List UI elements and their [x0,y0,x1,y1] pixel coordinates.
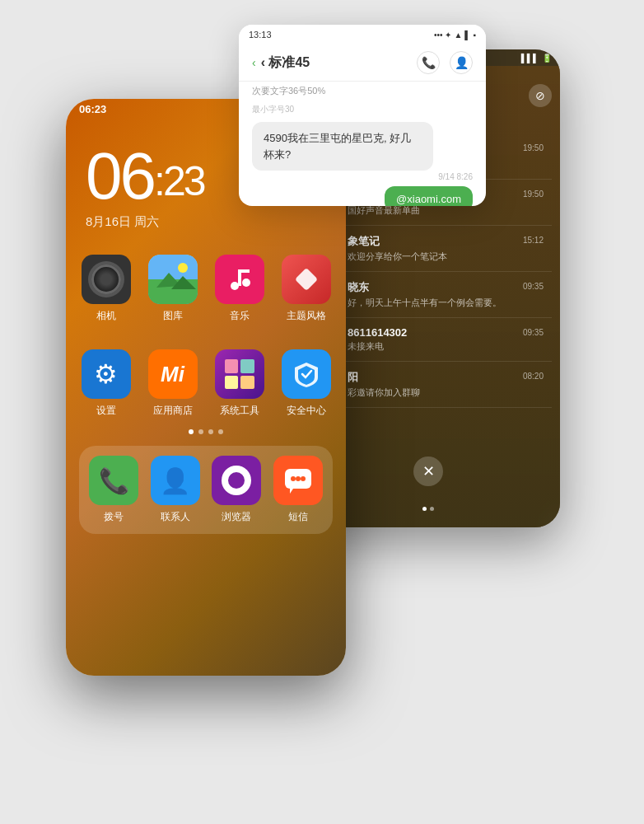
theme-icon [282,255,331,304]
svg-point-4 [178,263,188,273]
chat-bubble-received: 4590我在三里屯的星巴克, 好几杯来? [252,122,433,171]
clock-hours: 06 [86,139,154,213]
clock-date: 8月16日 周六 [86,214,326,230]
notif-text-msg1: 晓东 好，明天上午十点半有一个例会需要。 [348,280,544,309]
page-dot-4 [218,429,223,434]
tools-cell-bl [225,376,239,390]
dot-2 [430,507,434,511]
market-label: 应用商店 [153,404,193,418]
signal-icon: ▌ [464,30,470,40]
wifi-icon: ▲ [454,30,462,40]
dock-sms-icon [273,456,323,505]
notif-clear-top[interactable]: ⊘ [529,84,552,107]
chat-time: 9/14 8:26 [252,172,473,181]
theme-label: 主题风格 [287,309,326,323]
chat-bubble-sent: @xiaomi.com [385,186,473,206]
dock-contacts-icon: 👤 [151,456,200,505]
notif-time-music: 19:50 [523,190,544,199]
sms-bubble-svg [282,464,315,497]
settings-header: ‹ ‹ 标准45 📞 👤 [239,44,486,82]
tools-label: 系统工具 [220,404,259,418]
back-phone-signal: ▌▌▌ [521,54,539,63]
notif-time-weibo: 19:50 [523,143,544,152]
page-dot-3 [208,429,213,434]
chat-area: 4590我在三里屯的星巴克, 好几杯来? 9/14 8:26 @xiaomi.c… [239,117,486,206]
settings-icon: ⚙ [82,349,131,399]
settings-label: 设置 [96,404,116,418]
camera-lens [91,265,121,294]
notif-text-notes: 象笔记 欢迎分享给你一个笔记本 [348,234,544,263]
shield-svg [292,359,321,389]
phone-icon-btn[interactable]: 📞 [417,51,440,74]
notif-clear-button[interactable]: ✕ [413,456,443,486]
svg-point-5 [231,282,239,290]
app-settings[interactable]: ⚙ 设置 [79,349,133,418]
clock-minutes: 23 [163,158,204,204]
settings-small-label: 最小字号30 [239,101,486,117]
theme-svg [292,265,321,294]
notif-page-dots [422,507,434,511]
back-button[interactable]: ‹ [252,56,256,69]
notif-body-music: 国好声音最新单曲 [348,204,544,217]
svg-point-13 [296,476,301,481]
svg-point-6 [242,279,250,287]
notif-body-group: 彩邀请你加入群聊 [348,386,544,399]
music-note-svg [226,266,253,293]
browser-o-shape [222,466,251,495]
svg-point-14 [301,476,306,481]
dock-contacts[interactable]: 👤 联系人 [149,456,203,524]
notif-title-call: 8611614302 [348,326,544,339]
notif-title-group: 阳 [348,370,544,385]
settings-time: 13:13 [249,30,272,40]
mi-logo: Mi [161,362,184,387]
settings-subtitle: 次要文字36号50% [239,82,486,101]
svg-rect-9 [294,268,317,291]
close-icon: ✕ [422,462,435,480]
svg-point-12 [291,476,296,481]
dot-1 [422,507,427,511]
settings-status-icons: ••• ✦ ▲ ▌ ▪ [434,30,476,40]
app-security[interactable]: 安全中心 [279,349,333,418]
notif-body-notes: 欢迎分享给你一个笔记本 [348,250,544,263]
svg-rect-8 [238,269,250,273]
bluetooth-icon: ✦ [445,30,451,40]
tools-cell-tr [240,359,254,373]
music-icon [215,255,264,304]
gallery-icon [148,255,198,304]
dock-browser-label: 浏览器 [222,510,251,524]
app-market[interactable]: Mi 应用商店 [146,349,199,418]
security-icon [282,349,331,399]
settings-action-icons: 📞 👤 [417,51,473,74]
app-theme[interactable]: 主题风格 [279,255,333,323]
dock-browser-icon [212,456,261,505]
music-label: 音乐 [230,309,250,323]
dock-browser[interactable]: 浏览器 [210,456,264,524]
gallery-bg [148,255,198,304]
notif-body-msg1: 好，明天上午十点半有一个例会需要。 [348,297,544,309]
back-phone-battery: 🔋 [542,54,552,63]
app-camera[interactable]: 相机 [79,255,133,323]
app-music[interactable]: 音乐 [212,255,266,323]
app-grid-row1: 相机 图库 [66,238,346,323]
tools-icon [215,349,264,399]
dock-phone-icon: 📞 [89,456,138,505]
page-dot-2 [198,429,203,434]
dock-phone[interactable]: 📞 拨号 [87,456,141,524]
phone-handset-icon: 📞 [99,466,129,495]
settings-ellipsis: ••• [434,30,443,40]
settings-status-bar: 13:13 ••• ✦ ▲ ▌ ▪ [239,25,486,44]
app-grid-row2: ⚙ 设置 Mi 应用商店 [66,333,346,418]
dock-sms[interactable]: 短信 [272,456,325,524]
dock-sms-label: 短信 [288,510,308,524]
svg-marker-11 [290,489,293,494]
app-tools[interactable]: 系统工具 [212,349,266,418]
camera-label: 相机 [96,309,116,323]
notif-title-msg1: 晓东 [348,280,544,295]
dock-phone-label: 拨号 [104,510,124,524]
app-gallery[interactable]: 图库 [146,255,199,323]
notif-text-call: 8611614302 未接来电 [348,326,544,353]
person-icon-btn[interactable]: 👤 [450,51,473,74]
page-dot-1 [189,429,194,434]
battery-icon: ▪ [473,30,476,40]
notif-body-call: 未接来电 [348,340,544,353]
